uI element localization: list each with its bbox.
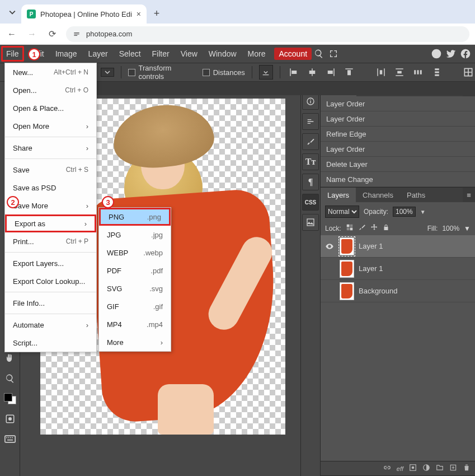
tab-search-button[interactable]: [4, 4, 20, 20]
hand-tool-icon[interactable]: [2, 351, 18, 366]
quickmask-icon[interactable]: [2, 411, 18, 427]
layer-mask-icon[interactable]: [409, 464, 417, 473]
transform-controls-checkbox[interactable]: Transform controls: [128, 64, 197, 81]
menu-image[interactable]: Image: [50, 45, 83, 63]
info-panel-icon[interactable]: [302, 93, 319, 110]
export-menu-item[interactable]: PNG.png: [99, 208, 171, 226]
menu-view[interactable]: View: [175, 45, 203, 63]
back-button[interactable]: ←: [6, 29, 18, 39]
distances-checkbox[interactable]: Distances: [203, 68, 245, 77]
reload-button[interactable]: ⟳: [46, 29, 58, 39]
lock-pixels-icon[interactable]: [358, 223, 366, 233]
new-tab-button[interactable]: +: [149, 6, 164, 21]
opacity-slider-toggle[interactable]: ▼: [420, 209, 426, 215]
file-menu-item[interactable]: SaveCtrl + S: [5, 161, 96, 179]
menu-filter[interactable]: Filter: [147, 45, 175, 63]
layer-name[interactable]: Layer 1: [359, 242, 383, 250]
search-icon[interactable]: [312, 45, 326, 63]
twitter-icon[interactable]: [444, 45, 458, 63]
brush-panel-icon[interactable]: [302, 133, 319, 150]
opacity-value[interactable]: 100%: [393, 207, 416, 217]
export-menu-item[interactable]: MP4.mp4: [99, 315, 171, 333]
adjustment-layer-icon[interactable]: [422, 464, 430, 473]
export-menu-item[interactable]: PDF.pdf: [99, 262, 171, 279]
file-menu-item[interactable]: Save More›: [5, 197, 96, 214]
file-menu-item[interactable]: Open & Place...: [5, 99, 96, 117]
type-panel-icon[interactable]: Tт: [302, 153, 319, 170]
tab-close-button[interactable]: ×: [137, 10, 141, 18]
align-left-icon[interactable]: [287, 66, 300, 79]
layer-select[interactable]: [101, 68, 114, 77]
file-menu-item[interactable]: Open...Ctrl + O: [5, 81, 96, 99]
file-menu-item[interactable]: Save as PSD: [5, 179, 96, 197]
layer-name[interactable]: Layer 1: [359, 264, 383, 273]
link-layers-icon[interactable]: [383, 464, 391, 473]
align-hcenter-icon[interactable]: [305, 66, 318, 79]
pixel-grid-icon[interactable]: [462, 66, 475, 79]
history-item[interactable]: Delete Layer: [321, 157, 475, 172]
file-menu-item[interactable]: Script...: [5, 334, 96, 352]
file-menu-item[interactable]: Open More›: [5, 117, 96, 135]
delete-layer-icon[interactable]: [463, 464, 471, 473]
menu-more[interactable]: More: [242, 45, 271, 63]
paragraph-panel-icon[interactable]: ¶: [302, 174, 319, 190]
align-top-icon[interactable]: [343, 66, 356, 79]
distribute-spacing-h-icon[interactable]: [412, 66, 425, 79]
history-item[interactable]: Layer Order: [321, 96, 475, 111]
file-menu-item[interactable]: New...Alt+Ctrl + N: [5, 63, 96, 81]
distribute-h-icon[interactable]: [374, 66, 387, 79]
file-menu-item[interactable]: Export as›: [5, 214, 96, 232]
new-folder-icon[interactable]: [436, 464, 444, 473]
menu-window[interactable]: Window: [203, 45, 242, 63]
fullscreen-icon[interactable]: [326, 45, 341, 63]
lock-position-icon[interactable]: [370, 223, 378, 233]
distribute-v-icon[interactable]: [393, 66, 406, 79]
layer-name[interactable]: Background: [359, 287, 397, 295]
file-menu-item[interactable]: Share›: [5, 139, 96, 157]
css-panel-icon[interactable]: CSS: [302, 194, 319, 211]
history-item[interactable]: Refine Edge: [321, 127, 475, 142]
history-item[interactable]: Name Change: [321, 172, 475, 187]
tab-paths[interactable]: Paths: [400, 188, 432, 202]
export-menu-item[interactable]: More›: [99, 333, 171, 351]
fill-value[interactable]: 100%: [442, 225, 459, 232]
account-button[interactable]: Account: [274, 48, 312, 60]
zoom-tool-icon[interactable]: [2, 371, 18, 386]
layer-row[interactable]: Layer 1: [321, 235, 475, 258]
layer-effects-button[interactable]: eff: [397, 465, 403, 472]
layers-panel-menu[interactable]: ≡: [463, 188, 475, 202]
lock-all-icon[interactable]: [383, 223, 389, 233]
blend-mode-select[interactable]: Normal: [325, 206, 359, 218]
file-menu-item[interactable]: File Info...: [5, 294, 96, 312]
export-menu-item[interactable]: JPG.jpg: [99, 226, 171, 244]
menu-select[interactable]: Select: [114, 45, 147, 63]
layer-row[interactable]: Background: [321, 280, 475, 302]
keyboard-icon[interactable]: [2, 431, 18, 447]
tab-layers[interactable]: Layers: [321, 188, 356, 202]
new-layer-icon[interactable]: [449, 464, 457, 473]
history-item[interactable]: Layer Order: [321, 111, 475, 127]
export-menu-item[interactable]: SVG.svg: [99, 279, 171, 297]
file-menu-item[interactable]: Print...Ctrl + P: [5, 232, 96, 250]
facebook-icon[interactable]: [458, 45, 473, 63]
file-menu-item[interactable]: Export Color Lookup...: [5, 272, 96, 290]
file-menu-item[interactable]: Automate›: [5, 316, 96, 334]
lock-transparency-icon[interactable]: [346, 223, 354, 233]
address-bar[interactable]: photopea.com: [66, 26, 469, 42]
forward-button[interactable]: →: [26, 29, 38, 39]
adjust-panel-icon[interactable]: [302, 113, 319, 130]
reddit-icon[interactable]: [429, 45, 444, 63]
layer-visibility-toggle[interactable]: [324, 242, 335, 251]
quick-export-button[interactable]: [259, 65, 273, 80]
layer-row[interactable]: Layer 1: [321, 258, 475, 280]
export-menu-item[interactable]: WEBP.webp: [99, 244, 171, 262]
menu-layer[interactable]: Layer: [83, 45, 114, 63]
layer-thumbnail[interactable]: [340, 237, 354, 255]
align-right-icon[interactable]: [324, 66, 337, 79]
layer-thumbnail[interactable]: [340, 260, 354, 278]
layer-thumbnail[interactable]: [340, 282, 354, 300]
menu-file[interactable]: File: [1, 46, 24, 62]
browser-tab-active[interactable]: P Photopea | Online Photo Edi ×: [21, 4, 147, 24]
file-menu-item[interactable]: Export Layers...: [5, 254, 96, 272]
distribute-spacing-v-icon[interactable]: [430, 66, 443, 79]
